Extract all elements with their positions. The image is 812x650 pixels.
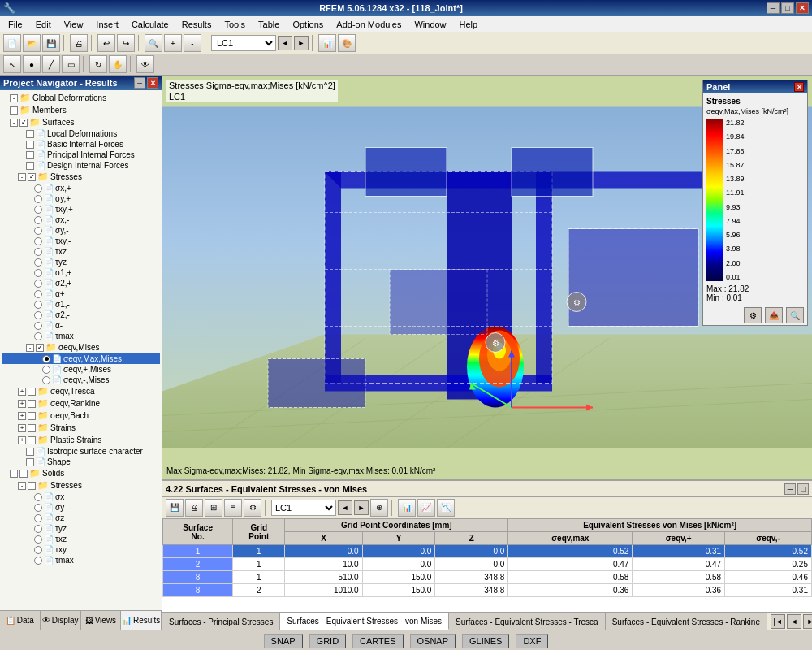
rankine-checkbox[interactable] (28, 400, 36, 408)
panel-export-button[interactable]: 📤 (765, 307, 783, 323)
tree-item-txy-minus[interactable]: 📄 τxy,- (2, 236, 160, 246)
select-button[interactable]: ↖ (3, 55, 21, 73)
tab-prev-button[interactable]: ◄ (787, 614, 801, 629)
surface-button[interactable]: ▭ (62, 55, 80, 73)
zoom-in-button[interactable]: + (164, 34, 182, 52)
open-button[interactable]: 📂 (23, 34, 41, 52)
expand-plastic-strains[interactable]: + (18, 436, 26, 444)
maximize-button[interactable]: □ (781, 2, 794, 14)
tree-item-eqv-mises-folder[interactable]: - ✓ 📁 σeqv,Mises (2, 341, 160, 353)
expand-solids[interactable]: - (10, 470, 18, 478)
bottom-max-button[interactable]: □ (797, 483, 809, 495)
menu-item-calculate[interactable]: Calculate (125, 18, 175, 31)
tree-item-solid-sy[interactable]: 📄 σy (2, 502, 160, 513)
rotate-button[interactable]: ↻ (89, 55, 107, 73)
eqv-mises-checkbox[interactable]: ✓ (36, 344, 44, 352)
s2-minus-radio[interactable] (34, 311, 42, 319)
basic-int-checkbox[interactable] (26, 141, 34, 149)
tree-item-basic-internal[interactable]: 📄 Basic Internal Forces (2, 139, 160, 150)
expand-strains[interactable]: + (18, 424, 26, 432)
bt-filter-button[interactable]: ⊞ (205, 499, 222, 517)
sy-plus-radio[interactable] (34, 195, 42, 203)
plastic-strains-checkbox[interactable] (28, 436, 36, 444)
status-btn-glines[interactable]: GLINES (462, 634, 509, 648)
status-btn-grid[interactable]: GRID (309, 634, 347, 648)
bt-export-button[interactable]: 📊 (398, 499, 416, 517)
surfaces-checkbox[interactable]: ✓ (19, 119, 28, 127)
nav-minimize-button[interactable]: ─ (134, 77, 145, 89)
solids-checkbox[interactable] (19, 470, 28, 478)
bt-chart-button[interactable]: 📉 (437, 499, 455, 517)
solid-tyz-radio[interactable] (34, 525, 42, 533)
results-lc-combo[interactable]: LC1 (271, 500, 336, 516)
expand-eqv-mises[interactable]: - (26, 344, 34, 352)
tree-item-principal-internal[interactable]: 📄 Principal Internal Forces (2, 150, 160, 160)
tree-item-txy-plus[interactable]: 📄 τxy,+ (2, 204, 160, 214)
menu-item-options[interactable]: Options (286, 18, 330, 31)
tree-item-solid-txy[interactable]: 📄 τxy (2, 544, 160, 555)
tree-item-tmax[interactable]: 📄 τmax (2, 331, 160, 341)
bt-jump-button[interactable]: ⊕ (370, 499, 388, 517)
menu-item-add-on-modules[interactable]: Add-on Modules (330, 18, 408, 31)
render-button[interactable]: 🎨 (338, 34, 356, 52)
tree-item-txz[interactable]: 📄 τxz (2, 246, 160, 257)
s1-plus-radio[interactable] (34, 269, 42, 277)
expand-members[interactable]: - (10, 106, 18, 115)
bach-checkbox[interactable] (28, 412, 36, 420)
stresses-checkbox[interactable]: ✓ (28, 173, 36, 181)
bt-save-button[interactable]: 💾 (166, 499, 184, 517)
menu-item-window[interactable]: Window (408, 18, 452, 31)
load-case-combo[interactable]: LC1 (211, 35, 276, 51)
bt-settings-button[interactable]: ⚙ (244, 499, 261, 517)
tree-item-eqv-tresca[interactable]: + 📁 σeqv,Tresca (2, 385, 160, 397)
zoom-out-button[interactable]: - (184, 34, 201, 52)
tree-item-solid-tyz[interactable]: 📄 τyz (2, 523, 160, 534)
s2-plus-radio[interactable] (34, 280, 42, 288)
bt-sort-button[interactable]: ≡ (224, 499, 242, 517)
tree-item-plastic-strains[interactable]: + 📁 Plastic Strains (2, 434, 160, 446)
tab-next-button[interactable]: ► (803, 614, 812, 629)
zoom-button[interactable]: 🔍 (145, 34, 162, 52)
close-button[interactable]: ✕ (796, 2, 809, 14)
tree-item-alpha-minus[interactable]: 📄 α- (2, 320, 160, 331)
pan-button[interactable]: ✋ (109, 55, 127, 73)
expand-bach[interactable]: + (18, 412, 26, 420)
menu-item-insert[interactable]: Insert (89, 18, 125, 31)
tree-item-eqv-rankine[interactable]: + 📁 σeqv,Rankine (2, 397, 160, 410)
tree-item-design-internal[interactable]: 📄 Design Internal Forces (2, 160, 160, 171)
shape-checkbox[interactable] (26, 458, 34, 466)
status-btn-cartes[interactable]: CARTES (352, 634, 403, 648)
next-lc-button[interactable]: ► (294, 36, 309, 50)
tree-item-members[interactable]: - 📁 Members (2, 104, 160, 116)
s1-minus-radio[interactable] (34, 301, 42, 309)
solid-sz-radio[interactable] (34, 514, 42, 522)
sx-plus-radio[interactable] (34, 184, 42, 193)
tree-item-s2-minus[interactable]: 📄 σ2,- (2, 310, 160, 320)
menu-item-table[interactable]: Table (252, 18, 286, 31)
tree-item-global-deformations[interactable]: - 📁 Global Deformations (2, 92, 160, 104)
menu-item-results[interactable]: Results (175, 18, 218, 31)
new-button[interactable]: 📄 (3, 34, 21, 52)
tree-item-local-def[interactable]: 📄 Local Deformations (2, 128, 160, 139)
tresca-checkbox[interactable] (28, 388, 36, 396)
bt-prev-button[interactable]: ◄ (338, 500, 352, 515)
design-int-checkbox[interactable] (26, 162, 34, 170)
alpha-minus-radio[interactable] (34, 322, 42, 330)
redo-button[interactable]: ↪ (117, 34, 135, 52)
expand-tresca[interactable]: + (18, 388, 26, 396)
view-3d[interactable]: Stresses Sigma-eqv,max;Mises [kN/cm^2] L… (162, 76, 812, 479)
tree-item-s1-minus[interactable]: 📄 σ1,- (2, 299, 160, 310)
table-row[interactable]: 1 1 0.0 0.0 0.0 0.52 0.31 0.52 (163, 545, 812, 558)
tree-item-tyz[interactable]: 📄 τyz (2, 257, 160, 267)
expand-global-def[interactable]: - (10, 94, 18, 102)
table-row[interactable]: 2 1 10.0 0.0 0.0 0.47 0.47 0.25 (163, 558, 812, 571)
print-button[interactable]: 🖨 (70, 34, 88, 52)
tree-item-solid-tmax[interactable]: 📄 τmax (2, 555, 160, 566)
nav-tab-views[interactable]: 🖼 Views (81, 611, 122, 630)
nav-close-button[interactable]: ✕ (147, 77, 158, 89)
nav-tab-results[interactable]: 📊 Results (121, 611, 162, 630)
tree-item-sy-plus[interactable]: 📄 σy,+ (2, 193, 160, 204)
tree-item-strains[interactable]: + 📁 Strains (2, 422, 160, 434)
tree-item-solid-txz[interactable]: 📄 τxz (2, 534, 160, 544)
menu-item-tools[interactable]: Tools (218, 18, 252, 31)
